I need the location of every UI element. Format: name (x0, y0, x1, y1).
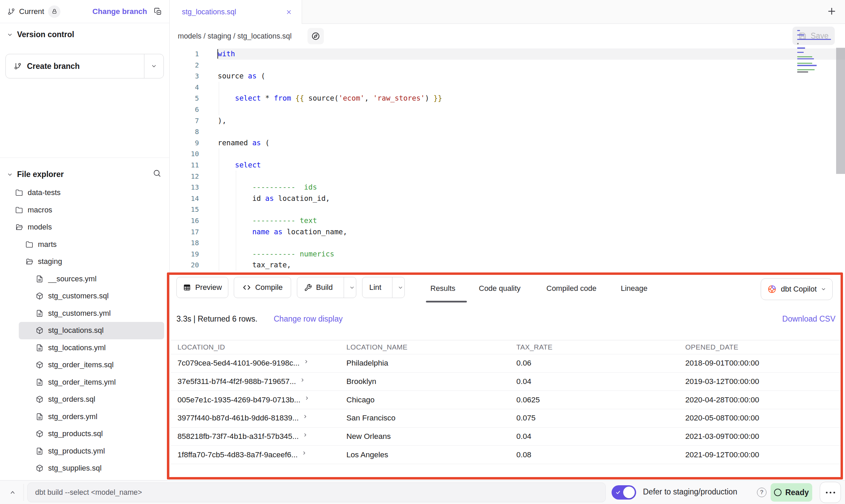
build-dropdown[interactable] (348, 277, 356, 298)
defer-toggle[interactable] (612, 485, 636, 500)
cell-opened-date: 2020-05-08T00:00:00 (685, 414, 842, 423)
file-item-__sources.yml[interactable]: __sources.yml (0, 270, 170, 288)
file-item-stg_customers.yml[interactable]: stg_customers.yml (0, 305, 170, 322)
create-branch-dropdown[interactable] (144, 63, 163, 69)
dbt-copilot-button[interactable]: dbt Copilot (761, 278, 833, 300)
folder-open-icon (26, 258, 33, 265)
file-item-stg_order_items.yml[interactable]: stg_order_items.yml (0, 374, 170, 391)
change-branch-link[interactable]: Change branch (92, 7, 147, 16)
file-icon (36, 379, 43, 386)
download-csv-link[interactable]: Download CSV (782, 314, 835, 324)
lint-label: Lint (369, 283, 381, 292)
tab-compiled-code[interactable]: Compiled code (546, 277, 597, 300)
column-tax-rate[interactable]: TAX_RATE (516, 343, 685, 351)
table-row[interactable]: 005e7e1c-1935-4269-b479-0713b...Chicago0… (171, 391, 842, 409)
tab-code-quality[interactable]: Code quality (479, 277, 520, 300)
file-icon (36, 413, 43, 420)
create-branch-button[interactable]: Create branch (5, 54, 164, 78)
column-location-name[interactable]: LOCATION_NAME (346, 343, 516, 351)
cell-opened-date: 2019-03-12T00:00:00 (685, 377, 842, 386)
line-number: 11 (170, 160, 200, 171)
file-item-stg_order_items.sql[interactable]: stg_order_items.sql (0, 356, 170, 374)
file-item-stg_products.sql[interactable]: stg_products.sql (0, 425, 170, 443)
cell-tax-rate: 0.08 (516, 450, 685, 459)
table-row[interactable]: 858218fb-73f7-4b1b-a31f-57b345...New Orl… (171, 428, 842, 446)
explore-lineage-icon[interactable] (307, 28, 324, 44)
file-item-label: data-tests (28, 188, 61, 197)
editor-scrollbar[interactable] (836, 48, 845, 174)
compile-button[interactable]: Compile (234, 277, 291, 298)
table-row[interactable]: 1f8ffa70-7cb5-4d83-8a7f-9aceef6...Los An… (171, 446, 842, 464)
file-item-stg_orders.yml[interactable]: stg_orders.yml (0, 408, 170, 426)
column-opened-date[interactable]: OPENED_DATE (685, 343, 842, 351)
file-icon (36, 447, 43, 455)
results-info-row: 3.3s | Returned 6 rows. Change row displ… (170, 307, 845, 331)
expand-row-icon[interactable] (303, 432, 308, 438)
help-icon[interactable]: ? (757, 488, 767, 497)
code-line-2 (218, 60, 845, 71)
expand-row-icon[interactable] (304, 396, 310, 401)
version-control-title: Version control (17, 30, 74, 39)
copy-icon[interactable] (154, 8, 162, 16)
table-row[interactable]: 37e5f311-b7f4-4f2f-988b-719657...Brookly… (171, 373, 842, 391)
tab-results[interactable]: Results (430, 277, 455, 300)
code-line-15 (218, 204, 845, 215)
expand-row-icon[interactable] (302, 450, 307, 456)
file-explorer-header[interactable]: File explorer (7, 170, 64, 179)
editor-minimap[interactable] (797, 30, 833, 74)
cell-opened-date: 2020-04-28T00:00:00 (685, 396, 842, 404)
version-control-header[interactable]: Version control (7, 30, 74, 39)
build-button[interactable]: Build (297, 277, 356, 298)
ready-status-badge[interactable]: Ready (771, 483, 812, 502)
file-item-stg_locations.yml[interactable]: stg_locations.yml (0, 339, 170, 357)
code-line-3: source as ( (218, 71, 845, 82)
file-item-stg_customers.sql[interactable]: stg_customers.sql (0, 287, 170, 305)
expand-row-icon[interactable] (300, 377, 305, 383)
dbt-copilot-label: dbt Copilot (781, 285, 817, 294)
preview-button[interactable]: Preview (176, 277, 228, 298)
line-number: 5 (170, 93, 200, 104)
expand-row-icon[interactable] (303, 414, 308, 419)
file-item-data-tests[interactable]: data-tests (0, 184, 170, 202)
search-icon[interactable] (153, 169, 161, 177)
cell-opened-date: 2021-09-12T00:00:00 (685, 450, 842, 459)
dbt-cloud-ide: Current Change branch Version control Cr… (0, 0, 845, 504)
file-item-label: __sources.yml (48, 275, 97, 283)
file-item-stg_orders.sql[interactable]: stg_orders.sql (0, 391, 170, 408)
file-item-label: stg_order_items.yml (48, 378, 116, 387)
code-editor[interactable]: 1234567891011121314151617181920 withsour… (170, 48, 845, 273)
file-item-macros[interactable]: macros (0, 202, 170, 219)
lint-button[interactable]: Lint (362, 277, 405, 298)
file-item-stg_locations.sql[interactable]: stg_locations.sql (19, 322, 164, 339)
tab-lineage[interactable]: Lineage (621, 277, 647, 300)
model-icon (36, 361, 43, 369)
file-item-stg_products.yml[interactable]: stg_products.yml (0, 443, 170, 460)
preview-label: Preview (195, 283, 222, 292)
tab-stg-locations-sql[interactable]: stg_locations.sql (170, 0, 302, 24)
expand-row-icon[interactable] (304, 359, 309, 364)
change-row-display-link[interactable]: Change row display (274, 314, 343, 324)
sidebar: Current Change branch Version control Cr… (0, 0, 170, 480)
command-input[interactable]: dbt build --select <model_name> (27, 483, 606, 502)
file-item-staging[interactable]: staging (0, 253, 170, 270)
command-placeholder: dbt build --select <model_name> (35, 488, 142, 497)
file-item-marts[interactable]: marts (0, 236, 170, 253)
new-tab-button[interactable] (827, 6, 837, 16)
close-icon[interactable] (286, 9, 292, 15)
branch-bar: Current Change branch (0, 0, 170, 23)
line-number: 13 (170, 182, 200, 193)
file-item-label: stg_locations.yml (48, 343, 106, 352)
compile-label: Compile (255, 283, 283, 292)
code-line-20: tax_rate, (218, 260, 845, 271)
more-options-button[interactable] (820, 482, 841, 503)
lint-dropdown[interactable] (397, 277, 404, 298)
table-row[interactable]: 3977f440-b87d-461b-9dd6-81839...San Fran… (171, 409, 842, 428)
column-location-id[interactable]: LOCATION_ID (177, 343, 346, 351)
file-item-label: stg_supplies.sql (48, 464, 102, 473)
chevron-up-icon[interactable] (9, 489, 16, 496)
table-row[interactable]: 7c079cea-5ed4-4101-906e-9198c...Philadel… (171, 354, 842, 373)
chevron-down-icon (7, 32, 13, 38)
line-number: 20 (170, 260, 200, 271)
file-item-stg_supplies.sql[interactable]: stg_supplies.sql (0, 460, 170, 477)
file-item-models[interactable]: models (0, 219, 170, 236)
